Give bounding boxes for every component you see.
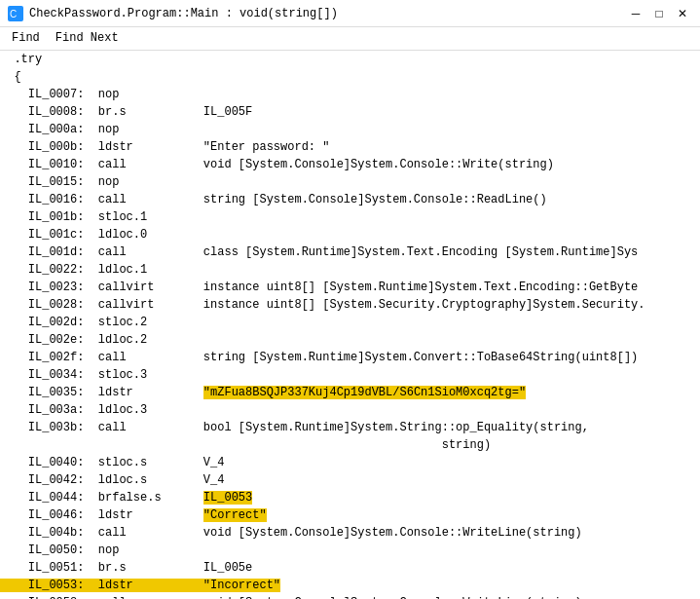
title-bar: C CheckPassword.Program::Main : void(str… [0, 0, 700, 27]
window-title: CheckPassword.Program::Main : void(strin… [29, 7, 626, 20]
menu-bar: Find Find Next [0, 27, 700, 51]
maximize-button[interactable]: □ [649, 4, 669, 23]
close-button[interactable]: ✕ [673, 4, 692, 23]
code-area[interactable]: .try { IL_0007: nop IL_0008: br.s IL_005… [0, 51, 700, 599]
app-icon: C [8, 6, 23, 21]
menu-item-find[interactable]: Find [4, 29, 48, 48]
code-content: .try { IL_0007: nop IL_0008: br.s IL_005… [0, 51, 700, 599]
minimize-button[interactable]: ─ [626, 4, 645, 23]
svg-text:C: C [10, 9, 17, 19]
menu-item-find-next[interactable]: Find Next [48, 29, 127, 48]
window-controls: ─ □ ✕ [626, 4, 692, 23]
